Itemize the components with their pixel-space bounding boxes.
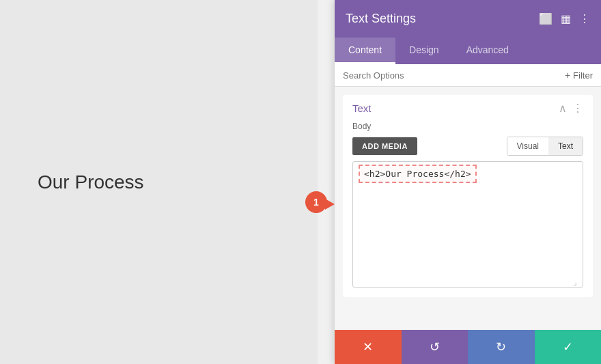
bottom-toolbar: ✕ ↺ ↻ ✓ — [335, 330, 601, 364]
step-number: 1 — [313, 197, 319, 208]
more-options-icon[interactable]: ⋮ — [579, 12, 590, 25]
step-arrow — [325, 199, 335, 210]
section-more-icon[interactable]: ⋮ — [572, 102, 583, 115]
body-label: Body — [352, 122, 583, 131]
text-view-button[interactable]: Text — [548, 137, 583, 155]
collapse-icon[interactable]: ∧ — [559, 102, 567, 115]
filter-plus-icon: + — [565, 70, 570, 81]
filter-label: Filter — [573, 70, 593, 81]
search-input[interactable] — [343, 70, 565, 81]
save-button[interactable]: ✓ — [535, 330, 602, 364]
settings-panel: Text Settings ⬜ ▦ ⋮ Content Design Advan… — [335, 0, 601, 364]
step-badge: 1 — [305, 191, 327, 213]
canvas-area: Our Process — [0, 0, 318, 364]
tab-content[interactable]: Content — [335, 38, 395, 64]
resize-handle[interactable]: ⌟ — [573, 277, 581, 285]
cancel-button[interactable]: ✕ — [335, 330, 402, 364]
panel-tabs: Content Design Advanced — [335, 38, 601, 64]
redo-icon: ↻ — [496, 339, 506, 354]
visual-view-button[interactable]: Visual — [507, 137, 548, 155]
cancel-icon: ✕ — [363, 339, 373, 354]
section-header: Text ∧ ⋮ — [343, 95, 593, 122]
panel-content: Text ∧ ⋮ Body ADD MEDIA Visual Text — [335, 87, 601, 330]
editor-content: <h2>Our Process</h2> — [359, 165, 477, 183]
section-title: Text — [352, 102, 372, 114]
undo-icon: ↺ — [430, 339, 440, 354]
search-bar: + Filter — [335, 64, 601, 87]
text-section: Text ∧ ⋮ Body ADD MEDIA Visual Text — [343, 95, 593, 297]
redo-button[interactable]: ↻ — [468, 330, 535, 364]
columns-icon[interactable]: ▦ — [561, 12, 571, 25]
section-controls: ∧ ⋮ — [559, 102, 583, 115]
tab-design[interactable]: Design — [395, 38, 453, 64]
save-icon: ✓ — [563, 339, 573, 354]
view-toggle: Visual Text — [507, 137, 583, 156]
panel-header-icons: ⬜ ▦ ⋮ — [539, 12, 590, 25]
expand-icon[interactable]: ⬜ — [539, 12, 553, 25]
text-editor[interactable]: <h2>Our Process</h2> ⌟ — [352, 161, 583, 288]
panel-header: Text Settings ⬜ ▦ ⋮ — [335, 0, 601, 38]
canvas-heading: Our Process — [38, 171, 144, 193]
panel-title: Text Settings — [346, 12, 416, 26]
filter-button[interactable]: + Filter — [565, 70, 593, 81]
editor-toolbar: ADD MEDIA Visual Text — [352, 137, 583, 156]
tab-advanced[interactable]: Advanced — [453, 38, 522, 64]
undo-button[interactable]: ↺ — [402, 330, 469, 364]
section-body: Body ADD MEDIA Visual Text <h2>Our Proce… — [343, 122, 593, 297]
text-content-highlight: <h2>Our Process</h2> — [359, 167, 477, 180]
add-media-button[interactable]: ADD MEDIA — [352, 137, 417, 155]
